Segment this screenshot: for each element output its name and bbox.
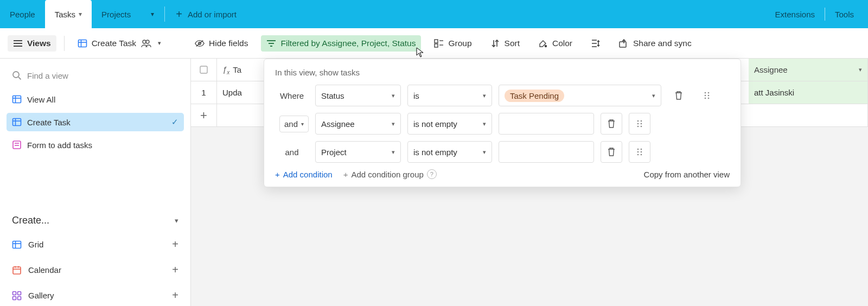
delete-condition-button[interactable] [668,85,690,106]
operator-select[interactable]: is ▾ [407,85,492,106]
hide-fields-button[interactable]: Hide fields [189,35,253,52]
svg-point-61 [637,154,639,156]
views-sidebar: Find a view View All Create Task ✓ Form … [0,59,191,306]
grid-icon [78,39,87,48]
chevron-down-icon: ▾ [392,92,395,99]
add-or-import-button[interactable]: + Add or import [165,8,247,21]
create-option-label: Calendar [28,265,61,275]
create-calendar-option[interactable]: Calendar + [7,259,184,280]
column-header-label: Assignee [754,65,788,74]
form-icon [12,140,22,150]
sort-label: Sort [505,39,520,48]
chevron-down-icon: ▾ [652,92,655,99]
svg-point-6 [143,40,146,43]
create-option-label: Grid [28,240,43,249]
operator-select[interactable]: is not empty ▾ [407,141,492,163]
copy-from-view-button[interactable]: Copy from another view [644,170,730,179]
data-grid: ƒx Ta Assignee ▾ 1 Upda att Jasinski + I… [191,59,868,306]
plus-icon: + [176,8,182,21]
tab-projects-menu[interactable]: ▾ [141,0,164,28]
conjunction-and-static: and [275,148,309,157]
svg-rect-33 [13,241,21,248]
tab-projects[interactable]: Projects [92,0,141,28]
add-or-import-label: Add or import [188,10,237,19]
plus-icon: + [191,104,217,126]
help-icon[interactable]: ? [427,169,437,179]
conjunction-where: Where [275,91,309,100]
group-button[interactable]: Group [429,35,477,52]
create-grid-option[interactable]: Grid + [7,234,184,255]
value-select[interactable]: Task Pending ▾ [499,85,661,106]
field-select[interactable]: Assignee ▾ [315,113,401,135]
svg-point-48 [708,95,710,97]
svg-point-17 [545,45,546,47]
add-condition-group-button[interactable]: + Add condition group ? [343,169,437,179]
cell-assignee[interactable]: att Jasinski [749,81,868,104]
svg-point-46 [708,92,710,94]
delete-condition-button[interactable] [601,113,622,135]
grid-icon [12,94,22,104]
svg-rect-44 [200,66,207,73]
sort-button[interactable]: Sort [485,35,525,52]
chevron-down-icon: ▾ [392,149,395,156]
tab-tasks[interactable]: Tasks ▾ [45,0,92,28]
value-select[interactable] [499,141,594,163]
drag-handle[interactable] [629,113,650,135]
select-all-checkbox[interactable] [191,59,217,81]
extensions-button[interactable]: Extensions [765,7,825,22]
tools-button[interactable]: Tools [825,7,864,22]
filter-actions: + Add condition + Add condition group ? … [275,169,730,179]
svg-point-22 [13,72,19,78]
chevron-down-icon: ▾ [483,92,486,99]
grid-icon [12,240,22,250]
color-button[interactable]: Color [533,35,578,52]
svg-rect-43 [18,296,21,299]
conjunction-label: and [285,148,298,157]
view-item-label: View All [27,95,55,104]
column-header-assignee[interactable]: Assignee ▾ [749,59,868,81]
svg-point-54 [641,123,642,125]
field-select[interactable]: Status ▾ [315,85,401,106]
view-item-create-task[interactable]: Create Task ✓ [7,113,184,131]
share-label: Share and sync [633,39,692,48]
chevron-down-icon: ▾ [483,149,486,156]
check-icon: ✓ [171,117,178,127]
separator [64,36,65,51]
collaborators-icon[interactable] [141,39,151,48]
group-label: Group [448,39,471,48]
share-sync-button[interactable]: Share and sync [614,35,697,52]
value-select[interactable] [499,113,594,135]
svg-rect-27 [13,119,21,126]
filter-condition-row: and ▾ Assignee ▾ is not empty ▾ [275,113,730,135]
svg-point-49 [705,98,706,99]
tab-people[interactable]: People [0,0,45,28]
svg-line-23 [18,77,21,80]
find-view-input[interactable]: Find a view [7,65,184,86]
svg-point-59 [637,151,639,153]
view-item-view-all[interactable]: View All [7,90,184,109]
chevron-down-icon[interactable]: ▾ [158,40,161,47]
conjunction-and[interactable]: and ▾ [275,116,309,132]
svg-rect-40 [13,291,16,295]
operator-select[interactable]: is not empty ▾ [407,113,492,135]
add-group-label: Add condition group [351,170,423,179]
create-gallery-option[interactable]: Gallery + [7,285,184,306]
plus-icon: + [343,170,348,179]
drag-handle[interactable] [696,85,718,106]
create-task-label: Create Task [92,39,136,48]
filter-button[interactable]: Filtered by Assignee, Project, Status [261,35,421,52]
drag-handle[interactable] [629,141,650,163]
add-condition-button[interactable]: + Add condition [275,170,333,179]
svg-point-62 [641,154,642,156]
delete-condition-button[interactable] [601,141,622,163]
create-section-header[interactable]: Create... ▾ [7,209,184,229]
view-item-form[interactable]: Form to add tasks [7,136,184,154]
svg-rect-36 [13,267,21,274]
group-icon [434,39,444,48]
row-height-button[interactable] [585,35,606,52]
views-button[interactable]: Views [8,35,56,52]
add-condition-label: Add condition [283,170,333,179]
field-select[interactable]: Project ▾ [315,141,401,163]
plus-icon: + [172,289,178,302]
create-task-view-button[interactable]: Create Task ▾ [72,35,167,52]
